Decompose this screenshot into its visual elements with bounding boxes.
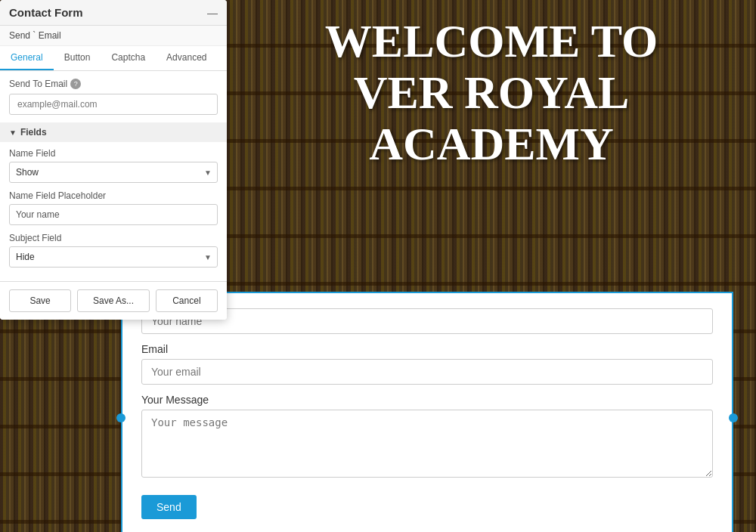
subject-field-select-wrapper: Show Hide Required ▼ (9, 246, 218, 268)
email-input[interactable] (141, 359, 713, 385)
fields-content: Name Field Show Hide Required ▼ Name Fie… (0, 142, 227, 281)
panel-title: Contact Form (9, 6, 83, 19)
subject-field-label: Subject Field (9, 233, 218, 243)
message-textarea[interactable] (141, 410, 713, 478)
name-placeholder-label: Name Field Placeholder (9, 190, 218, 201)
tab-general[interactable]: General (0, 46, 54, 70)
send-to-email-section: Send To Email ? (0, 71, 227, 115)
message-label: Your Message (141, 394, 713, 406)
tab-button[interactable]: Button (54, 46, 101, 70)
hero-title: WELCOME TO VER ROYAL ACADEMY (242, 15, 741, 170)
resize-handle-left[interactable] (116, 413, 125, 422)
name-field-select[interactable]: Show Hide Required (9, 162, 218, 183)
tab-advanced[interactable]: Advanced (156, 46, 217, 70)
help-icon[interactable]: ? (70, 79, 81, 89)
email-field-group: Email (141, 343, 713, 385)
name-input[interactable] (141, 308, 713, 334)
chevron-down-icon: ▼ (9, 128, 17, 137)
save-button[interactable]: Save (9, 289, 71, 312)
send-button[interactable]: Send (141, 495, 197, 519)
fields-section-header: ▼ Fields (0, 122, 227, 142)
send-to-email-input[interactable] (9, 94, 218, 115)
form-widget-box: Email Your Message Send (121, 292, 733, 532)
fields-section-label: Fields (20, 127, 47, 138)
send-to-email-label: Send To Email (9, 79, 67, 89)
tab-captcha[interactable]: Captcha (101, 46, 156, 70)
send-email-tab: Send ` Email (0, 26, 227, 46)
panel-collapse-button[interactable]: — (207, 7, 218, 19)
name-placeholder-input[interactable] (9, 204, 218, 225)
subject-field-select[interactable]: Show Hide Required (9, 246, 218, 268)
email-label: Email (141, 343, 713, 355)
panel-tabs: General Button Captcha Advanced (0, 46, 227, 71)
name-field-label: Name Field (9, 148, 218, 159)
name-field-group (141, 308, 713, 334)
side-panel: Contact Form — Send ` Email General Butt… (0, 0, 227, 320)
cancel-button[interactable]: Cancel (156, 289, 218, 312)
save-as-button[interactable]: Save As... (77, 289, 150, 312)
resize-handle-right[interactable] (729, 413, 738, 422)
panel-header: Contact Form — (0, 0, 227, 26)
hero-text-container: WELCOME TO VER ROYAL ACADEMY (227, 0, 756, 185)
message-field-group: Your Message (141, 394, 713, 480)
name-field-select-wrapper: Show Hide Required ▼ (9, 162, 218, 183)
panel-footer: Save Save As... Cancel (0, 281, 227, 320)
